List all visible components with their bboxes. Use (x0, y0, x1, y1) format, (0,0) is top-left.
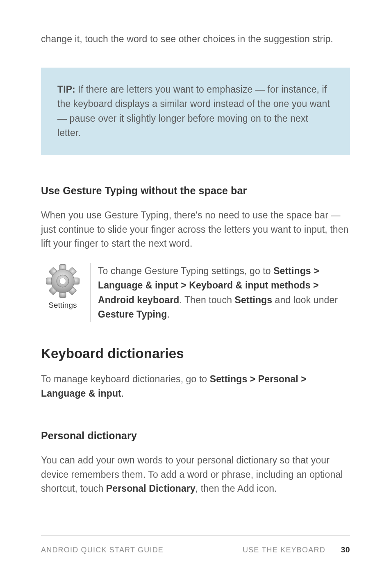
gesture-typing-paragraph: When you use Gesture Typing, there's no … (41, 208, 350, 251)
tip-callout: TIP: If there are letters you want to em… (41, 68, 350, 156)
page-number: 30 (341, 545, 350, 554)
intro-paragraph: change it, touch the word to see other c… (41, 32, 350, 46)
text-segment: . (167, 309, 170, 320)
text-segment: To change Gesture Typing settings, go to (98, 266, 273, 276)
settings-bold: Settings (235, 295, 273, 305)
personal-dictionary-bold: Personal Dictionary (106, 483, 196, 494)
text-segment: and look under (272, 295, 338, 305)
settings-icon-block: Settings To change Gesture Typing settin… (41, 263, 350, 322)
gesture-typing-bold: Gesture Typing (98, 309, 167, 320)
gear-icon (45, 263, 81, 299)
settings-instructions: To change Gesture Typing settings, go to… (98, 263, 350, 322)
page-footer: ANDROID QUICK START GUIDE USE THE KEYBOA… (41, 535, 350, 554)
vertical-divider (90, 263, 91, 322)
text-segment: , then the Add icon. (196, 483, 277, 494)
tip-label: TIP: (57, 84, 75, 95)
settings-icon-column: Settings (41, 263, 84, 322)
footer-section-title: USE THE KEYBOARD (243, 546, 325, 554)
heading-personal-dictionary: Personal dictionary (41, 430, 350, 442)
footer-guide-title: ANDROID QUICK START GUIDE (41, 546, 164, 554)
heading-gesture-typing-no-space: Use Gesture Typing without the space bar (41, 185, 350, 197)
heading-keyboard-dictionaries: Keyboard dictionaries (41, 346, 350, 361)
footer-divider (41, 535, 350, 536)
keyboard-dictionaries-paragraph: To manage keyboard dictionaries, go to S… (41, 372, 350, 400)
svg-point-10 (59, 278, 66, 284)
text-segment: To manage keyboard dictionaries, go to (41, 374, 210, 384)
tip-text: If there are letters you want to emphasi… (57, 84, 330, 138)
settings-icon-caption: Settings (41, 301, 84, 310)
text-segment: . Then touch (179, 295, 234, 305)
text-segment: . (121, 388, 124, 399)
personal-dictionary-paragraph: You can add your own words to your perso… (41, 453, 350, 496)
